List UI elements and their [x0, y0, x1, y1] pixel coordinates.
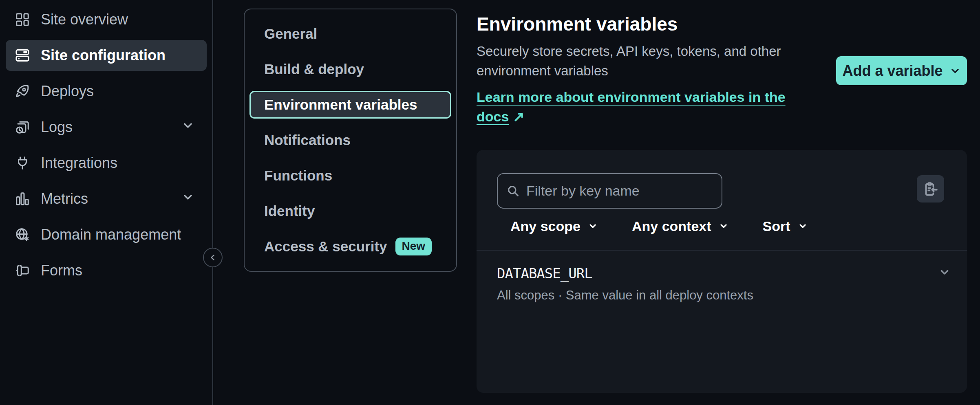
logs-icon	[15, 119, 30, 135]
filter-any-scope[interactable]: Any scope	[510, 218, 598, 234]
sidebar-item-domain-management[interactable]: Domain management	[6, 219, 207, 250]
sidebar-item-label: Integrations	[41, 154, 117, 172]
sidebar-item-deploys[interactable]: Deploys	[6, 76, 207, 107]
settings-nav: General Build & deploy Environment varia…	[244, 9, 457, 272]
nav-item-label: General	[264, 26, 317, 42]
variables-panel: Any scope Any context Sort DATABASE_URL	[477, 150, 967, 393]
sidebar-item-label: Site configuration	[41, 47, 166, 64]
filter-search-box	[497, 173, 722, 209]
filter-bar: Any scope Any context Sort	[510, 218, 808, 235]
filter-search-input[interactable]	[526, 183, 713, 199]
sidebar-item-label: Forms	[41, 262, 82, 279]
sidebar-item-label: Metrics	[41, 190, 88, 207]
variable-key: DATABASE_URL	[497, 265, 592, 282]
sidebar-item-label: Logs	[41, 119, 73, 136]
filter-sort[interactable]: Sort	[763, 218, 808, 234]
filter-label: Any scope	[510, 218, 580, 234]
main-region: General Build & deploy Environment varia…	[213, 0, 980, 405]
bar-chart-icon	[15, 191, 30, 207]
nav-item-label: Functions	[264, 167, 332, 184]
chevron-down-icon	[588, 221, 598, 231]
chevron-down-icon[interactable]	[938, 266, 951, 280]
forms-icon	[15, 263, 30, 278]
external-link-arrow-icon: ↗	[513, 107, 525, 126]
sidebar: Site overview Site configuration Deploys…	[0, 0, 213, 405]
add-variable-button-label: Add a variable	[842, 62, 942, 79]
site-configuration-icon	[15, 48, 30, 63]
import-env-button[interactable]	[917, 175, 944, 202]
site-overview-icon	[15, 12, 30, 27]
settings-nav-functions[interactable]: Functions	[249, 162, 451, 189]
new-badge: New	[395, 238, 432, 255]
search-icon	[507, 185, 520, 198]
chevron-down-icon[interactable]	[181, 119, 194, 136]
plug-icon	[15, 155, 30, 171]
page-description-line: environment variables	[477, 61, 795, 81]
page-title: Environment variables	[477, 13, 678, 35]
variable-meta: All scopes · Same value in all deploy co…	[497, 288, 753, 303]
nav-item-label: Notifications	[264, 132, 351, 148]
nav-item-label: Identity	[264, 203, 315, 219]
settings-nav-environment-variables[interactable]: Environment variables	[249, 91, 451, 119]
import-clipboard-icon	[923, 181, 939, 197]
settings-nav-access-security[interactable]: Access & security New	[249, 233, 451, 260]
settings-nav-notifications[interactable]: Notifications	[249, 126, 451, 154]
page-description-line: Securely store secrets, API keys, tokens…	[477, 42, 795, 61]
chevron-down-icon	[798, 221, 808, 231]
nav-item-label: Build & deploy	[264, 61, 364, 77]
filter-label: Sort	[763, 218, 790, 234]
sidebar-item-label: Deploys	[41, 83, 94, 100]
chevron-down-icon[interactable]	[181, 190, 194, 207]
page-description: Securely store secrets, API keys, tokens…	[477, 42, 795, 81]
sidebar-item-integrations[interactable]: Integrations	[6, 147, 207, 178]
add-variable-button[interactable]: Add a variable	[836, 56, 967, 85]
sidebar-item-forms[interactable]: Forms	[6, 255, 207, 286]
sidebar-item-site-configuration[interactable]: Site configuration	[6, 40, 207, 71]
settings-nav-identity[interactable]: Identity	[249, 197, 451, 225]
sidebar-item-site-overview[interactable]: Site overview	[6, 4, 207, 35]
sidebar-item-metrics[interactable]: Metrics	[6, 183, 207, 214]
rocket-icon	[15, 84, 30, 99]
settings-nav-general[interactable]: General	[249, 20, 451, 48]
docs-link-text: docs	[477, 109, 509, 124]
filter-any-context[interactable]: Any context	[632, 218, 728, 234]
filter-label: Any context	[632, 218, 711, 234]
nav-item-label: Environment variables	[264, 97, 417, 113]
variable-row[interactable]: DATABASE_URL All scopes · Same value in …	[477, 251, 967, 312]
docs-link[interactable]: Learn more about environment variables i…	[477, 87, 795, 126]
sidebar-item-label: Site overview	[41, 11, 128, 28]
chevron-down-icon	[949, 65, 961, 77]
sidebar-item-logs[interactable]: Logs	[6, 112, 207, 143]
chevron-left-icon	[208, 253, 218, 262]
chevron-down-icon	[719, 221, 728, 231]
content-column: Environment variables Securely store sec…	[477, 0, 967, 405]
app-root: Site overview Site configuration Deploys…	[0, 0, 980, 405]
sidebar-item-label: Domain management	[41, 226, 181, 243]
docs-link-text: Learn more about environment variables i…	[477, 89, 786, 105]
nav-item-label: Access & security	[264, 238, 387, 255]
settings-nav-build-deploy[interactable]: Build & deploy	[249, 55, 451, 83]
globe-icon	[15, 227, 30, 242]
sidebar-collapse-button[interactable]	[203, 248, 223, 267]
